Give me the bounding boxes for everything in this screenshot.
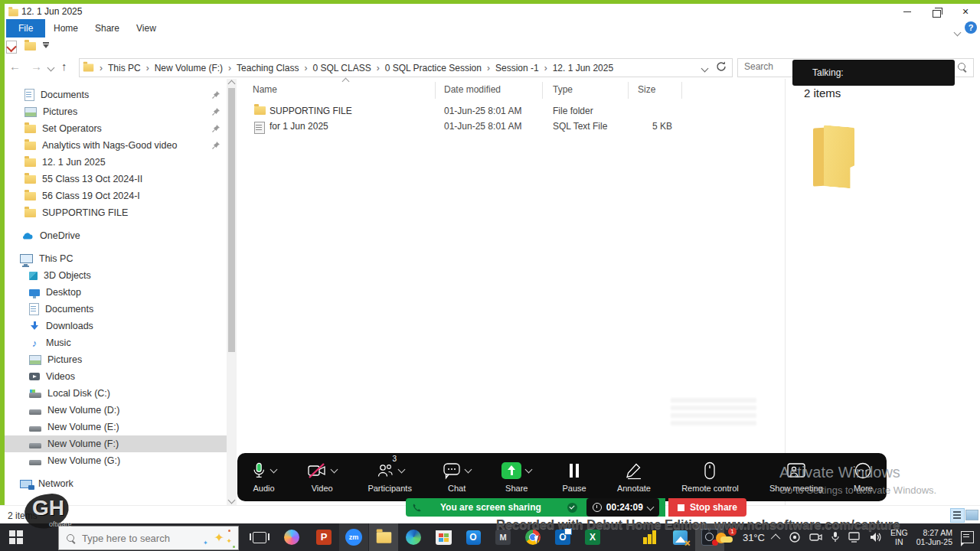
file-row-for-1-jun-2025[interactable]: for 1 Jun 2025 01-Jun-25 8:01 AM SQL Tex…	[239, 119, 785, 135]
scrollbar-thumb[interactable]	[228, 88, 235, 352]
breadcrumb-item[interactable]: 0 SQL Practice Session	[385, 63, 482, 73]
zoom-video-button[interactable]: Video	[307, 453, 337, 501]
sidebar-item-desktop[interactable]: Desktop	[5, 284, 227, 301]
zoom-audio-button[interactable]: Audio	[251, 453, 276, 501]
breadcrumb-item[interactable]: New Volume (F:)	[155, 63, 223, 73]
camera-tray-icon[interactable]	[809, 532, 822, 543]
refresh-icon[interactable]	[715, 60, 727, 73]
zoom-annotate-button[interactable]: Annotate	[617, 453, 651, 501]
file-row-supporting-file[interactable]: SUPPORTING FILE 01-Jun-25 8:01 AM File f…	[239, 104, 785, 119]
new-folder-icon[interactable]	[24, 42, 36, 51]
sharing-timer[interactable]: 00:24:09	[586, 498, 659, 517]
search-icon[interactable]	[958, 63, 965, 70]
scroll-up-icon[interactable]	[228, 80, 236, 88]
chevron-down-icon[interactable]	[525, 466, 533, 474]
sidebar-item-music[interactable]: ♪Music	[5, 334, 227, 351]
minimize-button[interactable]	[893, 4, 922, 19]
powerpoint-icon: P	[316, 530, 332, 545]
display-cast-icon[interactable]	[848, 532, 861, 543]
weather-icon[interactable]: 1	[716, 530, 734, 545]
sidebar-item-pictures[interactable]: Pictures	[5, 351, 227, 368]
task-view-button[interactable]	[245, 523, 274, 551]
record-indicator-icon[interactable]	[789, 531, 801, 543]
sidebar-item-documents[interactable]: Documents	[5, 301, 227, 318]
zoom-pause-button[interactable]: Pause	[563, 453, 586, 501]
sidebar-item-set-operators[interactable]: Set Operators	[5, 120, 227, 137]
zoom-share-button[interactable]: Share	[501, 453, 531, 501]
help-button[interactable]: ?	[965, 21, 977, 34]
zoom-chat-button[interactable]: Chat	[443, 453, 471, 501]
sharing-message: You are screen sharing	[430, 502, 560, 513]
sidebar-item-55-class[interactable]: 55 Class 13 Oct 2024-II	[5, 171, 227, 187]
stop-share-button[interactable]: Stop share	[668, 498, 746, 517]
chevron-down-icon[interactable]	[331, 466, 338, 474]
temperature[interactable]: 31°C	[743, 532, 765, 543]
sidebar-item-new-volume-g[interactable]: New Volume (G:)	[5, 452, 227, 469]
breadcrumb-item[interactable]: This PC	[108, 63, 141, 73]
zoom-remote-control-button[interactable]: Remote control	[681, 453, 739, 501]
breadcrumb-item[interactable]: 12. 1 Jun 2025	[553, 63, 613, 73]
microphone-tray-icon[interactable]	[831, 531, 840, 543]
sort-ascending-icon	[342, 78, 350, 86]
tab-share[interactable]: Share	[86, 19, 129, 37]
maximize-button[interactable]	[922, 4, 951, 19]
sidebar-item-analytics[interactable]: Analytics with Nags-Good video	[5, 137, 227, 154]
sidebar-item-12-1-jun[interactable]: 12. 1 Jun 2025	[5, 154, 227, 171]
breadcrumb-item[interactable]: Teaching Class	[237, 63, 299, 73]
recent-locations-icon[interactable]	[47, 64, 55, 72]
action-center-icon[interactable]	[961, 531, 974, 543]
outlook-button[interactable]: O	[459, 523, 488, 551]
edge-button[interactable]	[399, 523, 428, 551]
sidebar-item-new-volume-f[interactable]: New Volume (F:)	[5, 435, 227, 452]
zoom-app-button[interactable]: zm	[339, 523, 368, 551]
column-name[interactable]: Name	[253, 84, 277, 95]
clock-date[interactable]: 8:27 AM01-Jun-25	[916, 528, 952, 546]
taskbar-search-input[interactable]	[80, 532, 198, 545]
properties-icon[interactable]	[6, 41, 17, 54]
large-icons-view-button[interactable]	[965, 510, 978, 520]
sidebar-item-videos[interactable]: Videos	[5, 368, 227, 385]
sidebar-item-downloads[interactable]: Downloads	[5, 318, 227, 334]
breadcrumb-item[interactable]: 0 SQL CLASS	[312, 63, 371, 73]
up-button[interactable]: ↑	[61, 60, 67, 73]
sidebar-item-local-disk-c[interactable]: Local Disk (C:)	[5, 385, 227, 402]
sidebar-item-documents-qa[interactable]: Documents	[5, 86, 227, 103]
chevron-down-icon[interactable]	[270, 466, 278, 474]
sidebar-item-3d-objects[interactable]: 3D Objects	[5, 267, 227, 284]
microsoft-store-button[interactable]	[429, 523, 458, 551]
tab-home[interactable]: Home	[44, 19, 87, 37]
sidebar-item-new-volume-e[interactable]: New Volume (E:)	[5, 419, 227, 435]
sidebar-item-onedrive[interactable]: OneDrive	[5, 227, 227, 244]
scroll-down-icon[interactable]	[228, 497, 236, 504]
address-bar[interactable]: › This PC › New Volume (F:) › Teaching C…	[79, 58, 733, 77]
ribbon-collapse-button[interactable]	[955, 24, 960, 38]
tab-file[interactable]: File	[6, 19, 45, 37]
sidebar-item-pictures-qa[interactable]: Pictures	[5, 103, 227, 120]
address-dropdown-icon[interactable]	[701, 65, 709, 73]
sidebar-item-this-pc[interactable]: This PC	[5, 250, 227, 267]
sidebar-item-network[interactable]: Network	[5, 475, 227, 492]
back-button[interactable]: ←	[9, 60, 21, 73]
hidden-icons-chevron[interactable]	[771, 533, 781, 543]
sidebar-item-56-class[interactable]: 56 Class 19 Oct 2024-I	[5, 187, 227, 204]
details-view-button[interactable]	[950, 508, 965, 523]
volume-icon[interactable]	[870, 532, 882, 543]
column-date-modified[interactable]: Date modified	[444, 84, 501, 95]
forward-button[interactable]: →	[31, 60, 42, 73]
tab-view[interactable]: View	[127, 19, 165, 37]
copilot-button[interactable]	[277, 523, 306, 551]
close-button[interactable]: ×	[951, 4, 980, 19]
powerpoint-button[interactable]: P	[309, 523, 338, 551]
sidebar-scrollbar[interactable]	[227, 79, 237, 505]
sidebar-item-supporting-file[interactable]: SUPPORTING FILE	[5, 204, 227, 221]
column-size[interactable]: Size	[638, 84, 655, 95]
zoom-participants-button[interactable]: 3 Participants	[368, 453, 411, 501]
chevron-down-icon[interactable]	[397, 466, 405, 474]
column-type[interactable]: Type	[553, 84, 573, 95]
customize-toolbar-icon[interactable]	[43, 44, 49, 48]
breadcrumb-item[interactable]: Session -1	[495, 63, 539, 73]
sidebar-item-new-volume-d[interactable]: New Volume (D:)	[5, 402, 227, 419]
file-explorer-button[interactable]	[369, 523, 398, 551]
chevron-down-icon[interactable]	[465, 466, 472, 474]
breadcrumb: › This PC › New Volume (F:) › Teaching C…	[83, 59, 613, 77]
